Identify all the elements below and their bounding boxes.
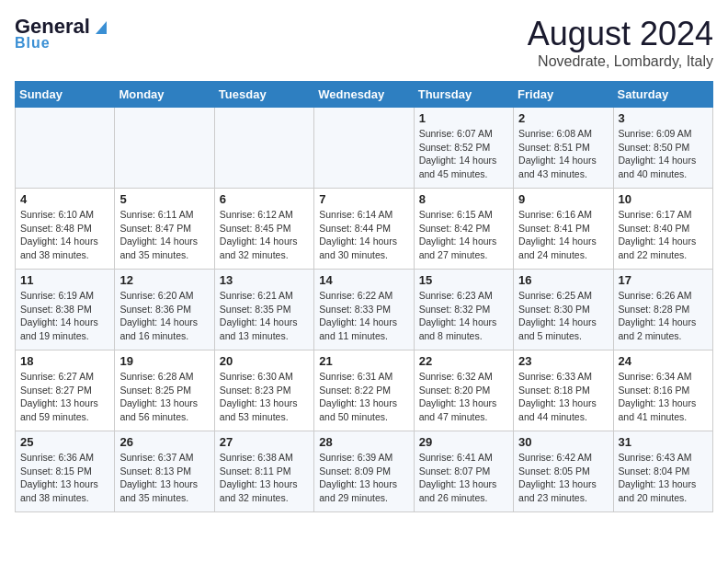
day-number: 11 — [20, 273, 109, 287]
calendar-cell: 19Sunrise: 6:28 AM Sunset: 8:25 PM Dayli… — [115, 350, 214, 431]
calendar-header-thursday: Thursday — [414, 82, 513, 108]
day-info: Sunrise: 6:14 AM Sunset: 8:44 PM Dayligh… — [319, 208, 408, 262]
calendar-cell: 21Sunrise: 6:31 AM Sunset: 8:22 PM Dayli… — [314, 350, 414, 431]
calendar-cell: 5Sunrise: 6:11 AM Sunset: 8:47 PM Daylig… — [115, 189, 214, 270]
calendar-cell: 31Sunrise: 6:43 AM Sunset: 8:04 PM Dayli… — [613, 431, 712, 512]
day-info: Sunrise: 6:08 AM Sunset: 8:51 PM Dayligh… — [518, 127, 608, 181]
day-info: Sunrise: 6:07 AM Sunset: 8:52 PM Dayligh… — [419, 127, 508, 181]
day-number: 29 — [419, 435, 508, 449]
calendar-header-row: SundayMondayTuesdayWednesdayThursdayFrid… — [16, 82, 713, 108]
day-info: Sunrise: 6:26 AM Sunset: 8:28 PM Dayligh… — [619, 289, 708, 343]
calendar-cell: 2Sunrise: 6:08 AM Sunset: 8:51 PM Daylig… — [514, 108, 613, 189]
day-number: 17 — [619, 273, 708, 287]
day-info: Sunrise: 6:32 AM Sunset: 8:20 PM Dayligh… — [419, 370, 508, 424]
page-title: August 2024 — [528, 15, 713, 53]
day-number: 26 — [119, 435, 209, 449]
calendar-cell: 1Sunrise: 6:07 AM Sunset: 8:52 PM Daylig… — [414, 108, 513, 189]
day-number: 31 — [619, 435, 708, 449]
calendar-header-tuesday: Tuesday — [214, 82, 313, 108]
calendar-week-row: 4Sunrise: 6:10 AM Sunset: 8:48 PM Daylig… — [16, 189, 713, 270]
calendar-week-row: 11Sunrise: 6:19 AM Sunset: 8:38 PM Dayli… — [16, 270, 713, 350]
day-info: Sunrise: 6:31 AM Sunset: 8:22 PM Dayligh… — [319, 370, 408, 424]
day-info: Sunrise: 6:39 AM Sunset: 8:09 PM Dayligh… — [319, 451, 408, 505]
calendar-week-row: 25Sunrise: 6:36 AM Sunset: 8:15 PM Dayli… — [16, 431, 713, 512]
calendar-cell: 20Sunrise: 6:30 AM Sunset: 8:23 PM Dayli… — [214, 350, 313, 431]
day-number: 20 — [220, 354, 309, 368]
calendar-cell — [314, 108, 414, 189]
day-number: 9 — [518, 192, 608, 206]
day-number: 8 — [419, 192, 508, 206]
calendar-cell: 4Sunrise: 6:10 AM Sunset: 8:48 PM Daylig… — [16, 189, 115, 270]
calendar-cell: 10Sunrise: 6:17 AM Sunset: 8:40 PM Dayli… — [613, 189, 712, 270]
calendar-cell: 22Sunrise: 6:32 AM Sunset: 8:20 PM Dayli… — [414, 350, 513, 431]
day-number: 5 — [119, 192, 209, 206]
calendar-header-wednesday: Wednesday — [314, 82, 414, 108]
calendar-header-saturday: Saturday — [613, 82, 712, 108]
day-info: Sunrise: 6:34 AM Sunset: 8:16 PM Dayligh… — [619, 370, 708, 424]
day-number: 10 — [619, 192, 708, 206]
calendar-cell — [214, 108, 313, 189]
calendar-cell: 30Sunrise: 6:42 AM Sunset: 8:05 PM Dayli… — [514, 431, 613, 512]
calendar-cell: 6Sunrise: 6:12 AM Sunset: 8:45 PM Daylig… — [214, 189, 313, 270]
day-number: 22 — [419, 354, 508, 368]
day-number: 15 — [419, 273, 508, 287]
calendar-cell: 8Sunrise: 6:15 AM Sunset: 8:42 PM Daylig… — [414, 189, 513, 270]
day-number: 6 — [220, 192, 309, 206]
calendar-cell: 12Sunrise: 6:20 AM Sunset: 8:36 PM Dayli… — [115, 270, 214, 350]
day-info: Sunrise: 6:17 AM Sunset: 8:40 PM Dayligh… — [619, 208, 708, 262]
day-info: Sunrise: 6:19 AM Sunset: 8:38 PM Dayligh… — [20, 289, 109, 343]
calendar-cell: 26Sunrise: 6:37 AM Sunset: 8:13 PM Dayli… — [115, 431, 214, 512]
calendar-cell: 27Sunrise: 6:38 AM Sunset: 8:11 PM Dayli… — [214, 431, 313, 512]
day-info: Sunrise: 6:36 AM Sunset: 8:15 PM Dayligh… — [20, 451, 109, 505]
calendar-cell: 16Sunrise: 6:25 AM Sunset: 8:30 PM Dayli… — [514, 270, 613, 350]
day-number: 13 — [220, 273, 309, 287]
calendar-cell: 29Sunrise: 6:41 AM Sunset: 8:07 PM Dayli… — [414, 431, 513, 512]
day-number: 14 — [319, 273, 408, 287]
calendar-cell: 28Sunrise: 6:39 AM Sunset: 8:09 PM Dayli… — [314, 431, 414, 512]
page-header: General Blue August 2024 Novedrate, Lomb… — [15, 15, 713, 70]
day-number: 12 — [119, 273, 209, 287]
day-info: Sunrise: 6:22 AM Sunset: 8:33 PM Dayligh… — [319, 289, 408, 343]
calendar-cell: 25Sunrise: 6:36 AM Sunset: 8:15 PM Dayli… — [16, 431, 115, 512]
svg-marker-0 — [96, 21, 107, 34]
day-number: 4 — [20, 192, 109, 206]
day-number: 25 — [20, 435, 109, 449]
logo-triangle-icon — [92, 17, 110, 36]
day-number: 23 — [518, 354, 608, 368]
calendar-cell — [16, 108, 115, 189]
calendar-cell: 23Sunrise: 6:33 AM Sunset: 8:18 PM Dayli… — [514, 350, 613, 431]
day-info: Sunrise: 6:11 AM Sunset: 8:47 PM Dayligh… — [119, 208, 209, 262]
calendar-cell: 3Sunrise: 6:09 AM Sunset: 8:50 PM Daylig… — [613, 108, 712, 189]
title-block: August 2024 Novedrate, Lombardy, Italy — [528, 15, 713, 70]
day-info: Sunrise: 6:09 AM Sunset: 8:50 PM Dayligh… — [619, 127, 708, 181]
day-number: 1 — [419, 111, 508, 125]
calendar-cell: 18Sunrise: 6:27 AM Sunset: 8:27 PM Dayli… — [16, 350, 115, 431]
calendar-cell: 7Sunrise: 6:14 AM Sunset: 8:44 PM Daylig… — [314, 189, 414, 270]
logo: General Blue — [15, 15, 110, 52]
calendar-cell: 13Sunrise: 6:21 AM Sunset: 8:35 PM Dayli… — [214, 270, 313, 350]
day-number: 7 — [319, 192, 408, 206]
day-number: 21 — [319, 354, 408, 368]
calendar-header-sunday: Sunday — [16, 82, 115, 108]
calendar-cell: 24Sunrise: 6:34 AM Sunset: 8:16 PM Dayli… — [613, 350, 712, 431]
day-info: Sunrise: 6:16 AM Sunset: 8:41 PM Dayligh… — [518, 208, 608, 262]
day-number: 3 — [619, 111, 708, 125]
calendar-cell: 14Sunrise: 6:22 AM Sunset: 8:33 PM Dayli… — [314, 270, 414, 350]
day-info: Sunrise: 6:20 AM Sunset: 8:36 PM Dayligh… — [119, 289, 209, 343]
day-number: 2 — [518, 111, 608, 125]
day-info: Sunrise: 6:28 AM Sunset: 8:25 PM Dayligh… — [119, 370, 209, 424]
calendar-week-row: 1Sunrise: 6:07 AM Sunset: 8:52 PM Daylig… — [16, 108, 713, 189]
day-number: 16 — [518, 273, 608, 287]
day-info: Sunrise: 6:12 AM Sunset: 8:45 PM Dayligh… — [220, 208, 309, 262]
logo-blue: Blue — [15, 35, 51, 52]
calendar-cell: 9Sunrise: 6:16 AM Sunset: 8:41 PM Daylig… — [514, 189, 613, 270]
day-info: Sunrise: 6:21 AM Sunset: 8:35 PM Dayligh… — [220, 289, 309, 343]
calendar-cell: 17Sunrise: 6:26 AM Sunset: 8:28 PM Dayli… — [613, 270, 712, 350]
day-info: Sunrise: 6:38 AM Sunset: 8:11 PM Dayligh… — [220, 451, 309, 505]
day-info: Sunrise: 6:33 AM Sunset: 8:18 PM Dayligh… — [518, 370, 608, 424]
day-info: Sunrise: 6:30 AM Sunset: 8:23 PM Dayligh… — [220, 370, 309, 424]
calendar-cell — [115, 108, 214, 189]
day-number: 30 — [518, 435, 608, 449]
day-info: Sunrise: 6:23 AM Sunset: 8:32 PM Dayligh… — [419, 289, 508, 343]
day-number: 24 — [619, 354, 708, 368]
